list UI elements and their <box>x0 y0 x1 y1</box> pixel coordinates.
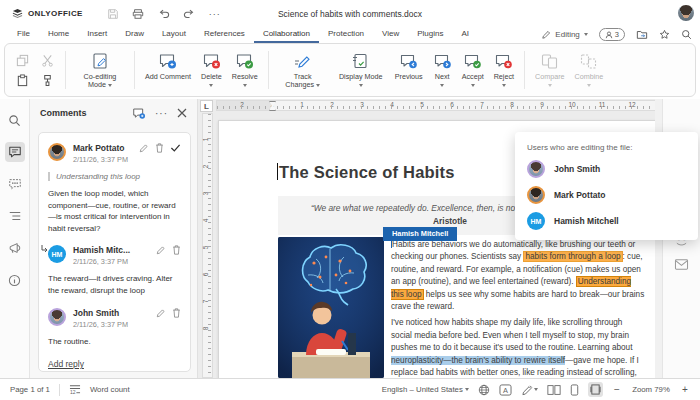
edit-comment-icon[interactable] <box>139 143 149 153</box>
page-indicator[interactable]: Page 1 of 1 <box>10 385 50 394</box>
svg-text:12: 12 <box>70 389 76 395</box>
coeditor-cursor-label-hamish: Hamish Mitchell <box>383 227 457 241</box>
avatar-john-smith <box>48 308 66 326</box>
panel-more-icon[interactable]: ··· <box>155 108 168 119</box>
chat-icon[interactable] <box>5 174 25 194</box>
tab-view[interactable]: View <box>373 27 408 43</box>
comments-panel-icon[interactable] <box>5 142 25 162</box>
user-row-hamish-mitchell: HM Hamish Mitchell <box>527 212 686 230</box>
display-mode-button[interactable]: Display Mode <box>332 44 390 96</box>
print-icon[interactable] <box>132 8 144 20</box>
edit-reply-icon[interactable] <box>156 245 166 255</box>
collaboration-toolbar: Co-editing Mode Add Comment Delete Resol… <box>4 43 696 97</box>
save-icon[interactable] <box>107 8 119 20</box>
previous-change-button[interactable]: Previous <box>390 44 428 96</box>
doc-body-text[interactable]: Habits are behaviors we do automatically… <box>391 239 645 378</box>
open-file-location-icon[interactable] <box>636 29 648 40</box>
resolve-check-icon[interactable] <box>170 143 181 153</box>
left-sidebar-rail <box>0 99 30 378</box>
display-mode-icon <box>351 51 370 71</box>
avatar-hamish-mitchell: HM <box>527 212 545 230</box>
panel-close-icon[interactable] <box>177 108 187 118</box>
mail-merge-settings-icon[interactable] <box>674 258 689 271</box>
indent-marker[interactable] <box>269 101 276 111</box>
tab-bar: File Home Insert Draw Layout References … <box>0 27 700 42</box>
comment-reply: HM Hamish Mitc... 2/11/26, 3:37 PM The r… <box>48 245 181 296</box>
coediting-mode-button[interactable]: Co-editing Mode <box>71 44 129 96</box>
tab-layout[interactable]: Layout <box>153 27 195 43</box>
reject-change-button[interactable]: Reject <box>489 44 519 96</box>
panel-add-comment-icon[interactable] <box>132 107 146 120</box>
find-icon[interactable] <box>5 110 25 130</box>
copy-icon[interactable] <box>14 54 30 67</box>
compare-icon <box>540 51 559 71</box>
accept-change-button[interactable]: Accept <box>457 44 489 96</box>
resolve-comment-button[interactable]: Resolve <box>227 44 263 96</box>
coeditor-selection: neuroplasticity—the brain's ability to r… <box>391 356 565 365</box>
editing-users-count[interactable]: 3 <box>599 28 625 41</box>
favorite-star-icon[interactable] <box>659 29 670 40</box>
track-changes-toggle[interactable] <box>521 384 538 396</box>
reject-change-icon <box>494 51 513 71</box>
compare-button[interactable]: Compare <box>530 44 570 96</box>
word-count-label[interactable]: Word count <box>90 385 130 394</box>
zoom-level[interactable]: Zoom 79% <box>631 385 671 394</box>
tab-stop-selector[interactable]: L <box>200 100 213 112</box>
users-popup-title: Users who are editing the file: <box>527 143 686 152</box>
mobile-view-icon[interactable] <box>570 384 579 396</box>
track-changes-button[interactable]: Track Changes <box>274 44 332 96</box>
two-pages-view-icon[interactable] <box>547 384 561 396</box>
brain-illustration-image[interactable] <box>278 237 384 378</box>
comment-thread-card[interactable]: Mark Pottato 2/11/26, 3:37 PM Understand… <box>38 132 191 372</box>
user-row-mark-pottato: Mark Pottato <box>527 186 686 204</box>
horizontal-ruler[interactable]: 21123456789101112 <box>216 100 662 111</box>
fit-page-view-icon[interactable] <box>588 382 603 397</box>
tab-references[interactable]: References <box>195 27 254 43</box>
resolve-comment-icon <box>235 51 254 71</box>
coediting-mode-icon <box>91 51 109 71</box>
avatar-john-smith <box>527 160 545 178</box>
feedback-icon[interactable] <box>5 238 25 258</box>
delete-comment-icon[interactable] <box>155 143 164 153</box>
zoom-in-button[interactable]: + <box>680 384 690 395</box>
next-change-button[interactable]: Next <box>428 44 457 96</box>
language-selector[interactable]: English – United States <box>382 385 469 394</box>
user-row-john-smith: John Smith <box>527 160 686 178</box>
comment-highlight: habits form through a loop <box>523 251 622 262</box>
tab-insert[interactable]: Insert <box>78 27 116 43</box>
tab-plugins[interactable]: Plugins <box>408 27 452 43</box>
add-comment-icon <box>158 51 177 71</box>
delete-reply-icon[interactable] <box>172 308 181 318</box>
edit-reply-icon[interactable] <box>156 308 166 318</box>
add-comment-button[interactable]: Add Comment <box>140 44 196 96</box>
delete-reply-icon[interactable] <box>172 245 181 255</box>
cut-icon[interactable] <box>39 54 55 67</box>
tab-collaboration[interactable]: Collaboration <box>254 27 319 43</box>
paste-icon[interactable] <box>14 74 30 87</box>
zoom-out-button[interactable]: − <box>612 384 622 395</box>
search-icon[interactable] <box>681 29 692 40</box>
navigation-headings-icon[interactable] <box>5 206 25 226</box>
current-user-avatar[interactable] <box>678 5 694 21</box>
spell-check-icon[interactable]: A <box>499 384 512 396</box>
tab-draw[interactable]: Draw <box>116 27 153 43</box>
combine-icon <box>579 51 598 71</box>
set-language-globe-icon[interactable] <box>478 384 490 396</box>
add-reply-link[interactable]: Add reply <box>48 359 84 369</box>
doc-heading: The Science of Habits <box>277 163 455 182</box>
vertical-ruler[interactable]: 12345678 <box>202 113 213 378</box>
track-changes-icon <box>293 51 312 71</box>
delete-comment-button[interactable]: Delete <box>196 44 227 96</box>
reply-arrow-icon <box>41 245 48 254</box>
combine-button[interactable]: Combine <box>570 44 609 96</box>
tab-file[interactable]: File <box>8 27 39 43</box>
editing-users-popup: Users who are editing the file: John Smi… <box>515 132 698 240</box>
editing-mode-dropdown[interactable]: Editing <box>541 30 587 40</box>
about-info-icon[interactable] <box>5 270 25 290</box>
tab-protection[interactable]: Protection <box>319 27 373 43</box>
pencil-icon <box>541 30 551 40</box>
format-painter-icon[interactable] <box>39 74 55 87</box>
tab-home[interactable]: Home <box>39 27 78 43</box>
tab-ai[interactable]: AI <box>453 27 479 43</box>
comment-author: Mark Pottato <box>73 143 128 153</box>
